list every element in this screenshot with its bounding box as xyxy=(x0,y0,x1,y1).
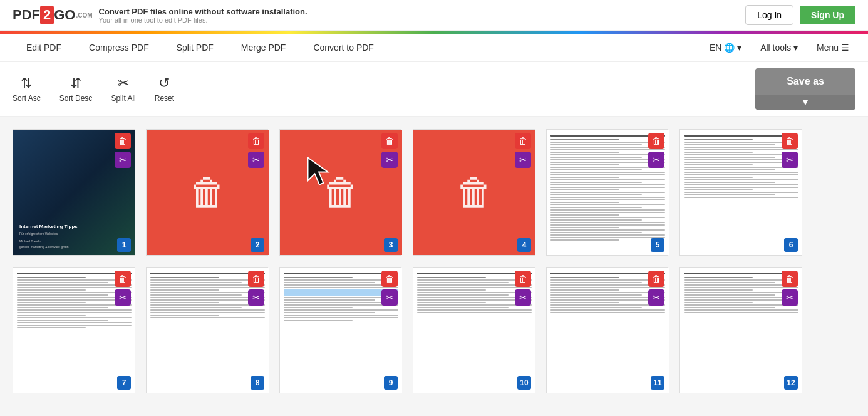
header-actions: Log In Sign Up xyxy=(745,5,855,25)
nav: Edit PDF Compress PDF Split PDF Merge PD… xyxy=(0,34,868,62)
sort-desc-label: Sort Desc xyxy=(59,94,93,103)
delete-button-2[interactable]: 🗑 xyxy=(248,133,264,149)
scissors-button-7[interactable]: ✂ xyxy=(115,289,131,306)
logo-go: GO xyxy=(54,7,75,23)
page-number-7: 7 xyxy=(117,376,131,390)
page-number-2: 2 xyxy=(251,238,264,252)
split-all-button[interactable]: ✂ Split All xyxy=(111,75,135,103)
delete-button-6[interactable]: 🗑 xyxy=(782,133,798,149)
page-card-5: 🗑 ✂ 5 xyxy=(546,129,668,256)
page-card-inner-11: 🗑 ✂ 11 xyxy=(547,268,668,393)
page-number-10: 10 xyxy=(517,376,531,390)
page-card-12: 🗑 ✂ 12 xyxy=(679,267,802,393)
page-card-inner-8: 🗑 ✂ 8 xyxy=(147,268,267,393)
language-selector[interactable]: EN 🌐 ▾ xyxy=(703,34,748,61)
delete-button-5[interactable]: 🗑 xyxy=(648,133,664,149)
page-card-inner-7: 🗑 ✂ 7 xyxy=(13,268,134,393)
delete-button-11[interactable]: 🗑 xyxy=(648,271,664,287)
scissors-button-10[interactable]: ✂ xyxy=(515,289,531,306)
nav-merge-pdf[interactable]: Merge PDF xyxy=(227,34,300,61)
scissors-button-6[interactable]: ✂ xyxy=(782,152,798,168)
reset-label: Reset xyxy=(155,94,174,103)
delete-button-10[interactable]: 🗑 xyxy=(515,271,531,287)
sort-desc-icon: ⇵ xyxy=(70,75,81,91)
page-card-inner-9: 🗑 ✂ 9 xyxy=(280,268,401,393)
tagline: Convert PDF files online without softwar… xyxy=(99,7,307,16)
logo-area: PDF 2 GO .COM Convert PDF files online w… xyxy=(13,6,307,24)
save-as-label: Save as xyxy=(755,68,855,95)
split-all-icon: ✂ xyxy=(118,75,129,91)
nav-items: Edit PDF Compress PDF Split PDF Merge PD… xyxy=(13,34,703,61)
page-number-9: 9 xyxy=(384,376,398,390)
page-card-inner-2: 🗑 🗑 ✂ 2 xyxy=(147,130,267,255)
sort-asc-icon: ⇅ xyxy=(21,75,32,91)
cover-company: gandke marketing & software gmbh xyxy=(19,245,78,249)
reset-button[interactable]: ↺ Reset xyxy=(155,75,174,103)
header-text: Convert PDF files online without softwar… xyxy=(99,7,307,24)
page-number-5: 5 xyxy=(651,238,664,252)
page-card-9: 🗑 ✂ 9 xyxy=(279,267,401,393)
scissors-button-3[interactable]: ✂ xyxy=(381,152,398,168)
trash-icon-4: 🗑 xyxy=(456,171,493,214)
sub-tagline: Your all in one tool to edit PDF files. xyxy=(99,16,307,24)
save-as-chevron: ▼ xyxy=(755,95,855,110)
page-number-11: 11 xyxy=(651,376,664,390)
cover-title: Internet Marketing Tipps xyxy=(19,224,78,230)
delete-button-9[interactable]: 🗑 xyxy=(381,271,398,287)
delete-button-4[interactable]: 🗑 xyxy=(515,133,531,149)
logo: PDF 2 GO .COM xyxy=(13,6,93,24)
page-card-inner-1: Internet Marketing Tipps Für erfolgreich… xyxy=(13,130,134,255)
page-card-11: 🗑 ✂ 11 xyxy=(546,267,668,393)
scissors-button-4[interactable]: ✂ xyxy=(515,152,531,168)
scissors-button-5[interactable]: ✂ xyxy=(648,152,664,168)
scissors-button-1[interactable]: ✂ xyxy=(115,152,131,168)
sort-asc-button[interactable]: ⇅ Sort Asc xyxy=(13,75,41,103)
page-card-6: 🗑 ✂ 6 xyxy=(679,129,802,256)
nav-convert-pdf[interactable]: Convert to PDF xyxy=(299,34,387,61)
content: Internet Marketing Tipps Für erfolgreich… xyxy=(0,117,868,416)
page-card-2: 🗑 🗑 ✂ 2 xyxy=(146,129,268,256)
page-card-3: 🗑 🗑 ✂ 3 xyxy=(279,129,401,256)
scissors-button-11[interactable]: ✂ xyxy=(648,289,664,306)
reset-icon: ↺ xyxy=(158,75,170,91)
save-as-button[interactable]: Save as ▼ xyxy=(755,68,855,110)
scissors-button-8[interactable]: ✂ xyxy=(248,289,264,306)
all-tools-menu[interactable]: All tools ▾ xyxy=(754,34,804,61)
page-number-8: 8 xyxy=(251,376,264,390)
delete-button-7[interactable]: 🗑 xyxy=(115,271,131,287)
page-card-inner-3: 🗑 🗑 ✂ 3 xyxy=(280,130,401,255)
cover-sub: Für erfolgreichere Websites xyxy=(19,232,78,236)
sort-desc-button[interactable]: ⇵ Sort Desc xyxy=(59,75,93,103)
logo-pdf: PDF xyxy=(13,7,40,23)
page-card-inner-12: 🗑 ✂ 12 xyxy=(680,268,801,393)
trash-icon-2: 🗑 xyxy=(189,171,227,214)
logo-2: 2 xyxy=(40,6,54,24)
pages-row-2: 🗑 ✂ 7 xyxy=(13,267,855,393)
page-card-10: 🗑 ✂ 10 xyxy=(413,267,535,393)
page-card-7: 🗑 ✂ 7 xyxy=(13,267,135,393)
toolbar: ⇅ Sort Asc ⇵ Sort Desc ✂ Split All ↺ Res… xyxy=(0,62,868,117)
scissors-button-12[interactable]: ✂ xyxy=(782,289,798,306)
page-number-6: 6 xyxy=(784,238,798,252)
nav-edit-pdf[interactable]: Edit PDF xyxy=(13,34,75,61)
page-card-4: 🗑 🗑 ✂ 4 xyxy=(413,129,535,256)
hamburger-menu[interactable]: Menu ☰ xyxy=(810,34,855,61)
page-number-1: 1 xyxy=(117,238,131,252)
delete-button-1[interactable]: 🗑 xyxy=(115,133,131,149)
pages-row-1: Internet Marketing Tipps Für erfolgreich… xyxy=(13,129,855,256)
signup-button[interactable]: Sign Up xyxy=(800,6,855,24)
login-button[interactable]: Log In xyxy=(745,5,793,25)
scissors-button-2[interactable]: ✂ xyxy=(248,152,264,168)
cover-author: Michael Gandor xyxy=(19,239,78,243)
page-number-12: 12 xyxy=(784,376,798,390)
cover-text: Internet Marketing Tipps Für erfolgreich… xyxy=(19,224,78,249)
page-number-3: 3 xyxy=(384,238,398,252)
delete-button-8[interactable]: 🗑 xyxy=(248,271,264,287)
page-number-4: 4 xyxy=(517,238,531,252)
page-card-inner-4: 🗑 🗑 ✂ 4 xyxy=(413,130,534,255)
nav-split-pdf[interactable]: Split PDF xyxy=(163,34,227,61)
delete-button-12[interactable]: 🗑 xyxy=(782,271,798,287)
scissors-button-9[interactable]: ✂ xyxy=(381,289,398,306)
nav-compress-pdf[interactable]: Compress PDF xyxy=(75,34,163,61)
delete-button-3[interactable]: 🗑 xyxy=(381,133,398,149)
